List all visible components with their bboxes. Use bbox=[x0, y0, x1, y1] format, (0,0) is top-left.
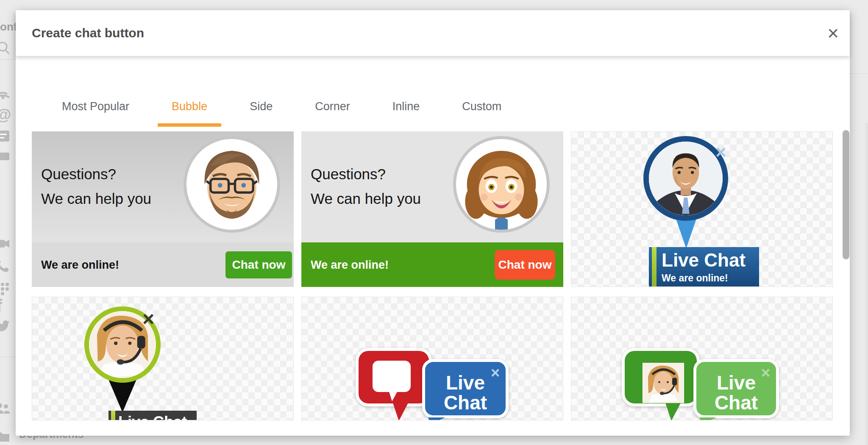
folder-icon[interactable] bbox=[0, 429, 10, 443]
banner-heading: Questions? We can help you bbox=[41, 162, 151, 211]
background-toolbar-edge bbox=[850, 73, 868, 74]
banner-icon[interactable] bbox=[0, 149, 10, 164]
speech-line2: Chat bbox=[696, 393, 776, 413]
banner-status-bar: We are online! Chat now bbox=[32, 242, 294, 287]
live-chat-status: We are online! bbox=[662, 273, 728, 284]
chat-now-button: Chat now bbox=[495, 250, 555, 280]
speech-bubble-light-green: Live Chat × bbox=[693, 359, 779, 418]
users-icon[interactable] bbox=[0, 402, 10, 416]
live-chat-title: Live Chat bbox=[662, 250, 746, 271]
agent-photo bbox=[643, 363, 684, 403]
chat-now-button: Chat now bbox=[225, 251, 292, 278]
speech-line2: Chat bbox=[425, 393, 506, 413]
search-icon[interactable] bbox=[0, 41, 10, 55]
speech-bubble-dark-green bbox=[622, 348, 700, 406]
banner-heading-line1: Questions? bbox=[41, 162, 151, 186]
template-card-bubble-blue[interactable]: × Live Chat We are online! bbox=[571, 131, 833, 287]
preview-close-icon: × bbox=[715, 143, 726, 161]
sidebar-divider bbox=[0, 357, 15, 357]
create-chat-button-modal: Create chat button × Most Popular Bubble… bbox=[16, 10, 850, 436]
banner-heading-line1: Questions? bbox=[311, 162, 421, 186]
preview-close-icon: × bbox=[491, 365, 500, 381]
speech-bubble-light-green-tail bbox=[699, 417, 716, 420]
live-chat-title: Live Chat bbox=[108, 413, 197, 420]
live-chat-bar: Live Chat We are online! bbox=[649, 247, 759, 287]
phone-icon[interactable] bbox=[0, 259, 10, 273]
browser-scrollbar[interactable] bbox=[865, 123, 868, 445]
speech-bubble-inner-white-tail bbox=[389, 390, 398, 401]
tab-custom[interactable]: Custom bbox=[462, 97, 501, 127]
avatar-cartoon-woman bbox=[453, 136, 550, 233]
speech-bubble-red-tail bbox=[393, 403, 408, 420]
twitter-icon[interactable] bbox=[0, 319, 10, 333]
facebook-icon[interactable]: f bbox=[0, 296, 2, 316]
live-chat-bar: Live Chat bbox=[108, 411, 197, 420]
preview-close-icon: × bbox=[142, 309, 154, 329]
modal-header: Create chat button × bbox=[16, 10, 850, 56]
template-card-speech-blue[interactable]: Live Chat × bbox=[301, 297, 563, 420]
accent-stripe bbox=[652, 247, 657, 287]
speech-bubble-blue: Live Chat × bbox=[422, 359, 509, 418]
template-grid: Questions? We can help you bbox=[32, 131, 833, 420]
template-card-bubble-dark[interactable]: × Live Chat bbox=[32, 297, 294, 420]
sidebar-divider bbox=[0, 59, 15, 60]
status-text: We are online! bbox=[41, 258, 119, 271]
wifi-icon[interactable] bbox=[0, 85, 10, 99]
status-text: We are online! bbox=[311, 258, 389, 271]
avatar-cartoon-man bbox=[184, 136, 280, 233]
banner-heading: Questions? We can help you bbox=[311, 162, 421, 211]
modal-title: Create chat button bbox=[32, 26, 144, 40]
banner-heading-line2: We can help you bbox=[41, 186, 151, 211]
banner-heading-line2: We can help you bbox=[311, 186, 421, 211]
list-icon[interactable] bbox=[0, 129, 10, 143]
tab-bubble[interactable]: Bubble bbox=[172, 97, 207, 127]
speech-bubble-inner-white bbox=[373, 361, 411, 392]
at-icon[interactable]: @ bbox=[0, 106, 11, 124]
screen: onfi @ f bbox=[0, 0, 868, 445]
speech-bubble-blue-tail bbox=[428, 417, 445, 420]
preview-close-icon: × bbox=[761, 365, 770, 381]
tab-inline[interactable]: Inline bbox=[392, 97, 420, 127]
template-card-banner-gray[interactable]: Questions? We can help you bbox=[32, 131, 294, 287]
speech-bubble-dark-green-tail bbox=[665, 403, 681, 420]
tab-bar: Most Popular Bubble Side Corner Inline C… bbox=[62, 97, 544, 127]
template-card-banner-green[interactable]: Questions? We can help you bbox=[301, 131, 563, 287]
modal-scrollbar-thumb[interactable] bbox=[843, 130, 849, 259]
tab-most-popular[interactable]: Most Popular bbox=[62, 97, 129, 127]
banner-status-bar: We are online! Chat now bbox=[301, 242, 563, 287]
apps-icon[interactable] bbox=[0, 281, 10, 296]
template-card-speech-green[interactable]: Live Chat × bbox=[571, 297, 833, 420]
tab-corner[interactable]: Corner bbox=[315, 97, 350, 127]
tab-side[interactable]: Side bbox=[250, 97, 273, 127]
close-icon[interactable]: × bbox=[827, 23, 839, 43]
video-camera-icon[interactable] bbox=[0, 236, 10, 251]
